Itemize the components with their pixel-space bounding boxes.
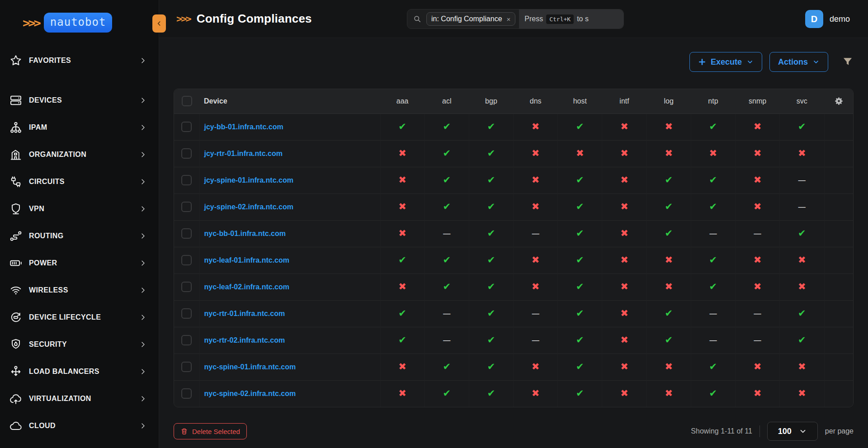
sidebar-item-ipam[interactable]: IPAM — [0, 114, 159, 141]
table-row: jcy-spine-02.infra.ntc.com✖✔✔✖✔✖✔✔✖— — [174, 193, 853, 220]
device-link[interactable]: nyc-spine-01.infra.ntc.com — [204, 363, 296, 371]
device-link[interactable]: jcy-spine-01.infra.ntc.com — [204, 176, 293, 184]
row-checkbox[interactable] — [181, 255, 192, 265]
chevron-right-icon — [139, 57, 147, 65]
check-icon: ✔ — [398, 308, 406, 319]
check-icon: ✔ — [665, 201, 673, 212]
status-cell: ✖ — [780, 354, 824, 380]
chevron-down-icon — [746, 58, 754, 66]
x-icon: ✖ — [754, 361, 762, 372]
x-icon: ✖ — [532, 121, 540, 132]
sidebar-item-device-lifecycle[interactable]: DEVICE LIFECYCLE — [0, 304, 159, 331]
dash-icon: — — [798, 175, 806, 184]
remove-scope-icon[interactable]: × — [507, 16, 511, 23]
sidebar-collapse-button[interactable] — [152, 14, 166, 33]
check-icon: ✔ — [709, 388, 717, 399]
sidebar-item-organization[interactable]: ORGANIZATION — [0, 141, 159, 168]
status-cell: ✔ — [425, 113, 469, 140]
nautobot-logo[interactable]: >>> nautobot — [0, 0, 159, 33]
check-icon: ✔ — [709, 281, 717, 292]
sidebar-item-wireless[interactable]: WIRELESS — [0, 277, 159, 304]
device-link[interactable]: jcy-rtr-01.infra.ntc.com — [204, 150, 283, 157]
row-checkbox[interactable] — [181, 175, 192, 185]
device-link[interactable]: nyc-bb-01.infra.ntc.com — [204, 230, 286, 237]
table-settings-gear-icon[interactable] — [824, 96, 853, 106]
showing-count: Showing 1-11 of 11 — [691, 427, 752, 435]
global-search[interactable]: in: Config Compliance × Press Ctrl+K to … — [407, 9, 624, 29]
device-link[interactable]: nyc-rtr-01.infra.ntc.com — [204, 310, 285, 317]
select-all-checkbox[interactable] — [182, 96, 192, 106]
actions-button[interactable]: Actions — [769, 52, 828, 72]
status-cell: ✖ — [602, 167, 646, 193]
ipam-icon — [9, 121, 23, 134]
search-shortcut-hint[interactable]: Press Ctrl+K to s — [519, 9, 623, 28]
load-balancers-icon — [9, 365, 23, 378]
favorites-icon — [9, 54, 23, 67]
status-cell: ✔ — [469, 167, 513, 193]
x-icon: ✖ — [798, 281, 806, 292]
row-checkbox[interactable] — [181, 122, 192, 132]
check-icon: ✔ — [398, 121, 406, 132]
status-cell: ✔ — [425, 274, 469, 300]
check-icon: ✔ — [576, 121, 584, 132]
sidebar-item-virtualization[interactable]: VIRTUALIZATION — [0, 385, 159, 412]
device-link[interactable]: nyc-spine-02.infra.ntc.com — [204, 390, 296, 397]
vpn-icon — [9, 202, 23, 216]
status-cell: ✖ — [691, 140, 735, 167]
x-icon: ✖ — [532, 174, 540, 185]
sidebar-item-favorites[interactable]: FAVORITES — [0, 47, 159, 74]
status-cell: ✖ — [514, 193, 558, 220]
sidebar-item-label: CLOUD — [29, 422, 139, 430]
status-cell: ✔ — [558, 327, 602, 354]
user-menu[interactable]: D demo — [805, 0, 850, 38]
execute-button[interactable]: Execute — [689, 52, 762, 72]
check-icon: ✔ — [443, 361, 451, 372]
status-cell: ✔ — [691, 193, 735, 220]
sidebar-item-vpn[interactable]: VPN — [0, 195, 159, 222]
sidebar-item-security[interactable]: SECURITY — [0, 331, 159, 358]
table-header-row: Deviceaaaaclbgpdnshostintflogntpsnmpsvc — [174, 89, 853, 113]
row-checkbox[interactable] — [181, 308, 192, 319]
status-cell: — — [780, 193, 824, 220]
status-cell: ✖ — [602, 220, 646, 247]
status-cell: ✔ — [691, 113, 735, 140]
status-cell: ✖ — [736, 380, 780, 407]
status-cell: ✔ — [558, 220, 602, 247]
sidebar-item-power[interactable]: POWER — [0, 250, 159, 277]
row-checkbox[interactable] — [181, 202, 192, 212]
column-header-aaa: aaa — [380, 89, 425, 113]
row-checkbox[interactable] — [181, 282, 192, 292]
device-link[interactable]: nyc-leaf-01.infra.ntc.com — [204, 256, 290, 264]
sidebar-item-routing[interactable]: ROUTING — [0, 222, 159, 250]
device-link[interactable]: jcy-bb-01.infra.ntc.com — [204, 123, 283, 131]
check-icon: ✔ — [487, 335, 495, 345]
row-checkbox[interactable] — [181, 362, 192, 372]
filter-icon[interactable] — [842, 56, 854, 68]
x-icon: ✖ — [754, 121, 762, 132]
search-scope-tag[interactable]: in: Config Compliance × — [426, 12, 515, 26]
status-cell: ✖ — [736, 113, 780, 140]
x-icon: ✖ — [798, 148, 806, 159]
sidebar-item-load-balancers[interactable]: LOAD BALANCERS — [0, 358, 159, 385]
sidebar-item-circuits[interactable]: CIRCUITS — [0, 168, 159, 195]
row-checkbox[interactable] — [181, 148, 192, 159]
device-link[interactable]: jcy-spine-02.infra.ntc.com — [204, 203, 293, 211]
column-header-device[interactable]: Device — [199, 89, 380, 113]
pagination: Showing 1-11 of 11 100 per page — [691, 422, 854, 441]
sidebar-item-devices[interactable]: DEVICES — [0, 87, 159, 114]
device-link[interactable]: nyc-leaf-02.infra.ntc.com — [204, 283, 290, 291]
check-icon: ✔ — [665, 228, 673, 239]
column-header-host: host — [558, 89, 602, 113]
device-link[interactable]: nyc-rtr-02.infra.ntc.com — [204, 336, 285, 344]
row-checkbox[interactable] — [181, 388, 192, 399]
row-checkbox[interactable] — [181, 335, 192, 345]
status-cell: ✖ — [602, 140, 646, 167]
status-cell: — — [691, 327, 735, 354]
sidebar-item-cloud[interactable]: CLOUD — [0, 412, 159, 439]
x-icon: ✖ — [754, 388, 762, 399]
row-checkbox[interactable] — [181, 228, 192, 239]
delete-selected-button[interactable]: Delete Selected — [174, 423, 247, 439]
page-size-select[interactable]: 100 — [767, 422, 818, 441]
status-cell: ✖ — [380, 140, 425, 167]
check-icon: ✔ — [798, 335, 806, 345]
